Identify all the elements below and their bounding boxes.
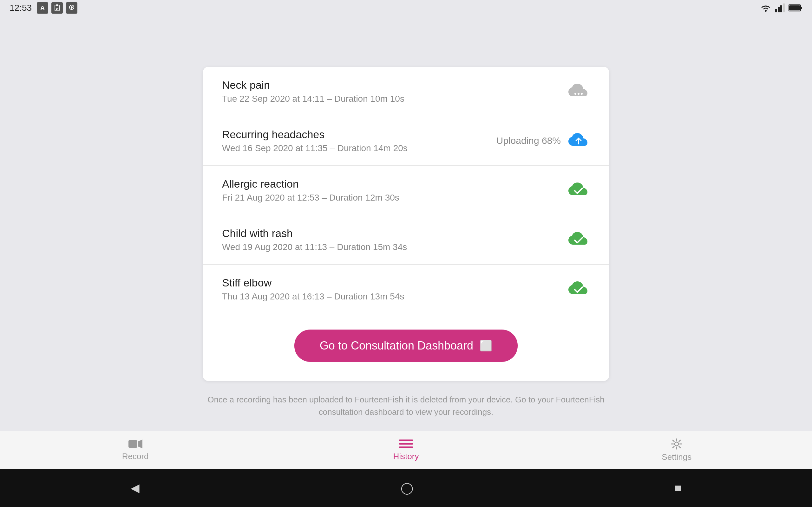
home-button[interactable]: ◯: [401, 481, 413, 495]
svg-point-18: [581, 93, 583, 95]
nav-settings-label: Settings: [662, 452, 692, 462]
svg-rect-14: [801, 7, 802, 9]
item-text-0: Neck painTue 22 Sep 2020 at 14:11 – Dura…: [222, 79, 404, 104]
item-title-4: Stiff elbow: [222, 277, 404, 289]
svg-point-24: [675, 442, 678, 446]
svg-rect-9: [775, 9, 777, 12]
dashboard-button-label: Go to Consultation Dashboard: [320, 339, 473, 352]
status-right: [760, 3, 803, 12]
svg-rect-19: [129, 440, 137, 448]
android-nav: ◀ ◯ ■: [0, 469, 812, 507]
battery-icon: [789, 4, 803, 12]
video-icon: [129, 439, 142, 449]
cloud-done-4: [567, 278, 590, 300]
item-subtitle-1: Wed 16 Sep 2020 at 11:35 – Duration 14m …: [222, 143, 408, 153]
cloud-done-3: [567, 228, 590, 251]
item-right-1: Uploading 68%: [496, 129, 590, 152]
svg-rect-21: [399, 440, 413, 441]
consultation-list: Neck painTue 22 Sep 2020 at 14:11 – Dura…: [203, 67, 609, 314]
consultation-item-4[interactable]: Stiff elbowThu 13 Aug 2020 at 16:13 – Du…: [203, 265, 609, 314]
go-to-dashboard-button[interactable]: Go to Consultation Dashboard ⬜: [294, 330, 518, 362]
item-text-4: Stiff elbowThu 13 Aug 2020 at 16:13 – Du…: [222, 277, 404, 302]
svg-rect-11: [780, 5, 782, 12]
item-right-3: [567, 228, 590, 251]
consultation-card: Neck painTue 22 Sep 2020 at 14:11 – Dura…: [203, 67, 609, 381]
cloud-done-2: [567, 179, 590, 202]
info-text: Once a recording has been uploaded to Fo…: [203, 394, 609, 418]
signal-icon: [775, 3, 785, 12]
svg-rect-10: [778, 7, 780, 12]
nav-record[interactable]: Record: [104, 439, 167, 461]
item-title-3: Child with rash: [222, 227, 407, 239]
svg-point-17: [577, 93, 579, 95]
svg-point-6: [71, 6, 72, 8]
upload-text-1: Uploading 68%: [496, 135, 561, 146]
consultation-item-3[interactable]: Child with rashWed 19 Aug 2020 at 11:13 …: [203, 215, 609, 265]
bottom-nav: Record History Settings: [0, 431, 812, 469]
svg-rect-15: [789, 5, 800, 10]
nav-history[interactable]: History: [374, 439, 438, 461]
item-subtitle-2: Fri 21 Aug 2020 at 12:53 – Duration 12m …: [222, 193, 399, 203]
consultation-item-0[interactable]: Neck painTue 22 Sep 2020 at 14:11 – Dura…: [203, 67, 609, 116]
notification-icon-clipboard: [51, 2, 63, 14]
main-content: Neck painTue 22 Sep 2020 at 14:11 – Dura…: [0, 16, 812, 469]
item-right-4: [567, 278, 590, 300]
item-subtitle-3: Wed 19 Aug 2020 at 11:13 – Duration 15m …: [222, 242, 407, 252]
item-right-2: [567, 179, 590, 202]
back-button[interactable]: ◀: [131, 481, 140, 495]
nav-settings[interactable]: Settings: [645, 438, 708, 462]
recents-button[interactable]: ■: [675, 481, 681, 495]
gear-icon: [671, 438, 682, 450]
item-text-1: Recurring headachesWed 16 Sep 2020 at 11…: [222, 128, 408, 153]
nav-history-label: History: [393, 452, 419, 461]
item-subtitle-0: Tue 22 Sep 2020 at 14:11 – Duration 10m …: [222, 94, 404, 104]
button-area: Go to Consultation Dashboard ⬜: [203, 314, 609, 381]
consultation-item-2[interactable]: Allergic reactionFri 21 Aug 2020 at 12:5…: [203, 166, 609, 215]
consultation-item-1[interactable]: Recurring headachesWed 16 Sep 2020 at 11…: [203, 116, 609, 166]
wifi-icon: [760, 3, 771, 12]
status-time: 12:53: [9, 3, 32, 13]
item-right-0: [567, 80, 590, 103]
svg-point-8: [765, 10, 767, 12]
item-title-2: Allergic reaction: [222, 178, 399, 190]
item-text-3: Child with rashWed 19 Aug 2020 at 11:13 …: [222, 227, 407, 252]
svg-rect-1: [56, 4, 58, 6]
cloud-upload-1: [567, 129, 590, 152]
external-link-icon: ⬜: [479, 340, 492, 352]
svg-point-16: [574, 93, 576, 95]
status-icons: A: [37, 2, 78, 14]
item-text-2: Allergic reactionFri 21 Aug 2020 at 12:5…: [222, 178, 399, 203]
notification-icon-a: A: [37, 2, 48, 14]
svg-rect-12: [783, 3, 785, 12]
cloud-pending-0: [567, 80, 590, 103]
svg-marker-20: [138, 440, 142, 448]
svg-rect-23: [399, 447, 413, 448]
status-left: 12:53 A: [9, 2, 78, 14]
item-subtitle-4: Thu 13 Aug 2020 at 16:13 – Duration 13m …: [222, 291, 404, 302]
list-icon: [399, 439, 413, 449]
status-bar: 12:53 A: [0, 0, 812, 16]
item-title-1: Recurring headaches: [222, 128, 408, 141]
item-title-0: Neck pain: [222, 79, 404, 91]
notification-icon-lock: [66, 2, 78, 14]
nav-record-label: Record: [122, 452, 149, 461]
svg-rect-22: [399, 443, 413, 445]
